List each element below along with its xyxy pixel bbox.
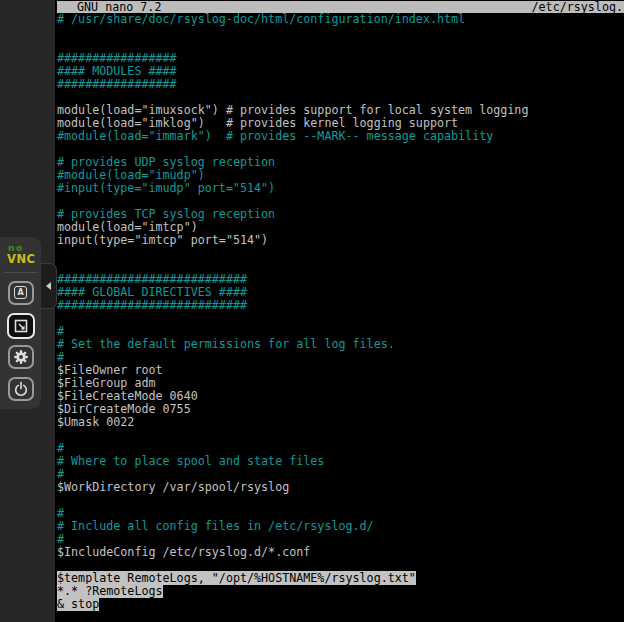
settings-button[interactable] xyxy=(8,345,34,369)
fullscreen-icon xyxy=(13,318,29,334)
terminal-line: input(type="imtcp" port="514") xyxy=(57,234,624,247)
terminal-content: # /usr/share/doc/rsyslog-doc/html/config… xyxy=(55,13,624,611)
terminal-line: # /usr/share/doc/rsyslog-doc/html/config… xyxy=(57,13,624,26)
power-button[interactable] xyxy=(8,377,34,401)
novnc-control-bar: no VNC A xyxy=(0,237,41,409)
terminal-line: *.* ?RemoteLogs xyxy=(57,585,624,598)
novnc-logo-vnc: VNC xyxy=(7,254,35,266)
terminal-line: $DirCreateMode 0755 xyxy=(57,403,624,416)
terminal-line: # Set the default permissions for all lo… xyxy=(57,338,624,351)
terminal-line: ########################### xyxy=(57,299,624,312)
terminal-line xyxy=(57,494,624,507)
collapse-arrow-icon xyxy=(46,282,51,290)
terminal-line: # Include all config files in /etc/rsysl… xyxy=(57,520,624,533)
terminal-line: ################# xyxy=(57,78,624,91)
terminal-line xyxy=(57,312,624,325)
terminal-line xyxy=(57,429,624,442)
screen: GNU nano 7.2 /etc/rsyslog. # /usr/share/… xyxy=(0,0,624,622)
terminal-line xyxy=(57,247,624,260)
terminal-window[interactable]: GNU nano 7.2 /etc/rsyslog. # /usr/share/… xyxy=(55,0,624,622)
terminal-line: $Umask 0022 xyxy=(57,416,624,429)
terminal-line: $WorkDirectory /var/spool/rsyslog xyxy=(57,481,624,494)
terminal-line xyxy=(57,26,624,39)
terminal-line: & stop xyxy=(57,598,624,611)
novnc-panel-handle[interactable] xyxy=(41,263,57,309)
clipboard-icon: A xyxy=(14,286,27,299)
nano-filename-label: /etc/rsyslog. xyxy=(532,1,624,14)
terminal-line: #input(type="imudp" port="514") xyxy=(57,182,624,195)
terminal-line: $IncludeConfig /etc/rsyslog.d/*.conf xyxy=(57,546,624,559)
panel-divider xyxy=(4,272,37,273)
power-icon xyxy=(13,381,29,397)
clipboard-button[interactable]: A xyxy=(8,281,34,305)
gear-icon xyxy=(13,349,29,365)
fullscreen-button[interactable] xyxy=(7,313,35,339)
terminal-line: #module(load="immark") # provides --MARK… xyxy=(57,130,624,143)
terminal-line: # Where to place spool and state files xyxy=(57,455,624,468)
novnc-logo: no VNC xyxy=(0,237,35,266)
